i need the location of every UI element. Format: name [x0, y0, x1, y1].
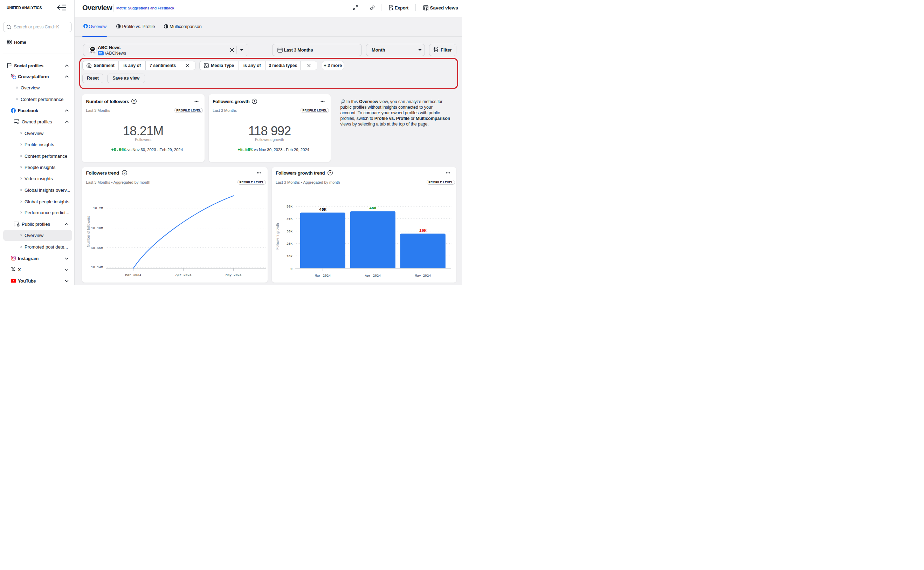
svg-text:May 2024: May 2024 — [415, 274, 431, 277]
svg-text:30K: 30K — [287, 230, 292, 233]
svg-text:18.14M: 18.14M — [91, 265, 103, 269]
svg-text:Followers growth: Followers growth — [276, 223, 279, 249]
svg-text:Apr 2024: Apr 2024 — [365, 274, 381, 277]
svg-text:10K: 10K — [287, 254, 292, 258]
svg-text:Apr 2024: Apr 2024 — [176, 273, 192, 277]
svg-text:50K: 50K — [287, 205, 292, 208]
svg-text:18.2M: 18.2M — [93, 207, 103, 210]
svg-text:46K: 46K — [369, 206, 377, 210]
svg-text:?: ? — [133, 99, 135, 103]
svg-text:40K: 40K — [287, 217, 292, 221]
svg-text:Mar 2024: Mar 2024 — [125, 273, 142, 277]
svg-text:May 2024: May 2024 — [226, 273, 242, 277]
svg-text:Mar 2024: Mar 2024 — [315, 274, 331, 277]
svg-text:Number of followers: Number of followers — [87, 216, 90, 247]
svg-text:0: 0 — [290, 267, 292, 271]
svg-text:45K: 45K — [319, 207, 327, 212]
svg-text:28K: 28K — [419, 228, 427, 233]
svg-text:18.18M: 18.18M — [91, 227, 103, 230]
svg-text:20K: 20K — [287, 242, 292, 246]
svg-text:18.16M: 18.16M — [91, 246, 103, 250]
svg-text:?: ? — [254, 99, 256, 103]
